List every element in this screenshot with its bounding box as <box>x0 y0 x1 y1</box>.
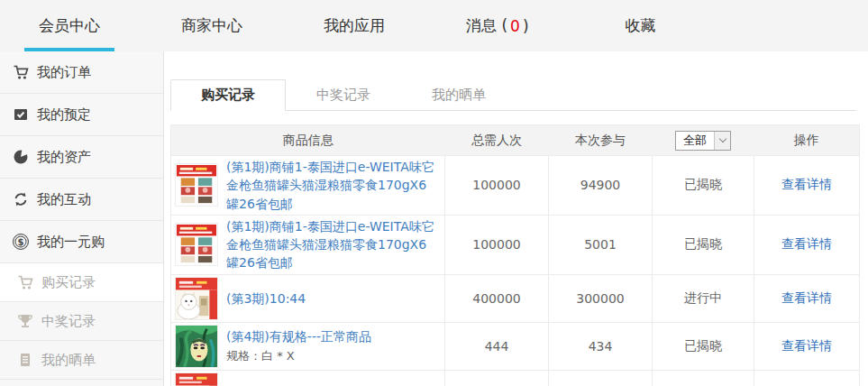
nav-messages-suffix: ) <box>523 17 529 35</box>
dollar-coin-icon: $ <box>13 234 29 250</box>
status-value: 进行中 <box>653 274 754 322</box>
sidebar-label: 我的订单 <box>37 64 91 81</box>
sidebar-item-one-yuan-purchase[interactable]: $ 我的一元购 <box>0 221 163 263</box>
total-needed-value: 400000 <box>445 370 549 386</box>
header-joined: 本次参与 <box>549 125 653 156</box>
nav-messages[interactable]: 消息 ( 0 ) <box>452 0 544 51</box>
nav-favorites[interactable]: 收藏 <box>596 0 686 51</box>
status-value: 已揭晓 <box>653 322 754 370</box>
total-needed-value: 444 <box>445 322 549 370</box>
main-content: 购买记录 中奖记录 我的晒单 商品信息 总需人次 本次参与 全部 操作 <box>164 51 868 386</box>
total-needed-value: 100000 <box>445 156 549 216</box>
chevron-down-icon <box>718 135 726 142</box>
nav-my-apps[interactable]: 我的应用 <box>309 0 399 51</box>
header-actions: 操作 <box>754 125 860 156</box>
sidebar-label: 我的一元购 <box>37 234 105 251</box>
sidebar-label: 中奖记录 <box>41 313 96 330</box>
sidebar-label: 我的晒单 <box>41 352 96 369</box>
table-row: (第4期)有规格---正常商品 规格：白 * X 444 434 已揭晓 查看详… <box>171 322 860 370</box>
nav-member-center[interactable]: 会员中心 <box>24 0 114 51</box>
joined-value: 94900 <box>549 156 653 216</box>
table-header-row: 商品信息 总需人次 本次参与 全部 操作 <box>171 125 860 156</box>
tab-label: 我的晒单 <box>432 87 486 104</box>
view-details-link[interactable]: 查看详情 <box>781 236 832 251</box>
table-row: (第1期)商铺1-泰国进口e-WEITA味它金枪鱼猫罐头猫湿粮猫零食170gX6… <box>171 215 860 274</box>
product-title-link[interactable]: (第1期)商铺1-泰国进口e-WEITA味它金枪鱼猫罐头猫湿粮猫零食170gX6… <box>226 158 439 213</box>
status-filter-select[interactable]: 全部 <box>675 131 731 151</box>
product-image[interactable] <box>175 325 218 368</box>
select-dropdown-button[interactable] <box>714 132 730 150</box>
cart-icon <box>13 64 29 80</box>
trophy-icon <box>17 313 33 329</box>
tab-label: 中奖记录 <box>316 87 370 104</box>
nav-messages-label: 消息 ( <box>466 15 507 36</box>
check-square-icon <box>13 106 29 123</box>
product-title-link[interactable]: (第1期)商铺1-泰国进口e-WEITA味它金枪鱼猫罐头猫湿粮猫零食170gX6… <box>226 217 439 272</box>
total-needed-value: 100000 <box>445 215 549 274</box>
clipboard-list-icon <box>17 352 33 368</box>
top-navigation: 会员中心 商家中心 我的应用 消息 ( 0 ) 收藏 <box>0 0 868 51</box>
total-needed-value: 400000 <box>445 274 549 322</box>
nav-merchant-center[interactable]: 商家中心 <box>167 0 257 51</box>
product-spec: 规格：白 * X <box>226 348 371 364</box>
status-value: 进行中 <box>653 370 754 386</box>
sidebar-label: 我的预定 <box>37 106 91 124</box>
sidebar: 我的订单 我的预定 我的资产 我的互动 $ 我的一元购 购买记录 中奖记录 我的… <box>0 51 164 386</box>
tab-label: 购买记录 <box>201 87 255 104</box>
sidebar-label: 我的互动 <box>37 191 91 208</box>
records-table: 商品信息 总需人次 本次参与 全部 操作 (第1期)商铺1-泰国进口e-W <box>170 124 860 386</box>
pie-chart-icon <box>13 149 29 165</box>
table-row: (第1期)商铺1-泰国进口e-WEITA味它金枪鱼猫罐头猫湿粮猫零食170gX6… <box>171 156 860 216</box>
product-title-link[interactable]: (第3期)10:44 <box>226 290 306 308</box>
messages-count-badge: 0 <box>507 17 523 35</box>
table-row: (第2期)10:44 400000 100000 进行中 查看详情 <box>171 370 860 386</box>
record-tabs: 购买记录 中奖记录 我的晒单 <box>170 79 856 111</box>
table-row: (第3期)10:44 400000 300000 进行中 查看详情 <box>171 274 860 322</box>
header-total-needed: 总需人次 <box>445 125 549 156</box>
joined-value: 300000 <box>549 274 653 322</box>
sidebar-label: 我的资产 <box>37 149 91 166</box>
header-status-filter: 全部 <box>653 125 754 156</box>
sidebar-item-my-interactions[interactable]: 我的互动 <box>0 179 163 221</box>
product-image[interactable] <box>175 163 218 207</box>
sidebar-item-purchase-records[interactable]: 购买记录 <box>0 263 163 302</box>
product-title-link[interactable]: (第4期)有规格---正常商品 <box>226 329 371 344</box>
joined-value: 5001 <box>549 215 653 274</box>
view-details-link[interactable]: 查看详情 <box>781 338 832 353</box>
nav-merchant-center-label: 商家中心 <box>181 15 242 36</box>
sidebar-item-my-orders[interactable]: 我的订单 <box>0 51 163 94</box>
sync-arrows-icon <box>13 191 29 207</box>
tab-purchase-records[interactable]: 购买记录 <box>170 79 286 111</box>
nav-my-apps-label: 我的应用 <box>324 15 385 36</box>
nav-favorites-label: 收藏 <box>626 15 656 36</box>
sidebar-item-winning-records[interactable]: 中奖记录 <box>0 302 163 341</box>
sidebar-item-my-posts[interactable]: 我的晒单 <box>0 341 163 380</box>
view-details-link[interactable]: 查看详情 <box>781 290 832 305</box>
header-product-info: 商品信息 <box>171 125 445 156</box>
nav-member-center-label: 会员中心 <box>39 15 100 36</box>
tab-winning-records[interactable]: 中奖记录 <box>286 79 401 111</box>
tab-my-posts[interactable]: 我的晒单 <box>401 79 516 111</box>
status-value: 已揭晓 <box>653 156 754 216</box>
cart-icon <box>17 274 33 290</box>
joined-value: 434 <box>549 322 653 370</box>
sidebar-item-my-reservations[interactable]: 我的预定 <box>0 94 163 136</box>
view-details-link[interactable]: 查看详情 <box>781 177 832 191</box>
product-image[interactable] <box>175 372 218 386</box>
joined-value: 100000 <box>549 370 653 386</box>
sidebar-label: 购买记录 <box>41 274 96 291</box>
sidebar-item-my-assets[interactable]: 我的资产 <box>0 136 163 179</box>
product-image[interactable] <box>175 277 218 320</box>
product-image[interactable] <box>175 223 218 266</box>
status-value: 已揭晓 <box>653 215 754 274</box>
status-filter-value: 全部 <box>676 133 714 149</box>
